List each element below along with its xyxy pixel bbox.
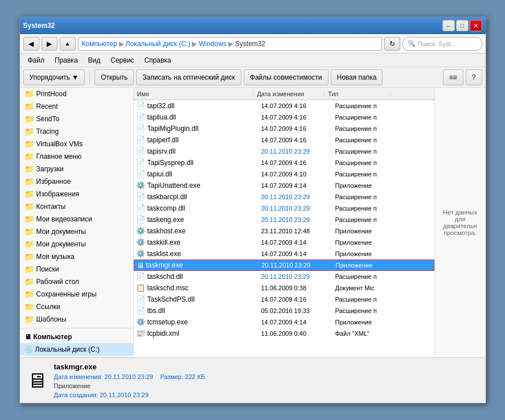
open-button[interactable]: Открыть <box>95 69 134 85</box>
breadcrumb-item-2[interactable]: Локальный диск (C:) <box>126 40 191 48</box>
file-icon: 📋 <box>136 283 145 292</box>
file-icon: ⚙️ <box>136 238 145 246</box>
forward-button[interactable]: ▶ <box>42 37 58 51</box>
file-icon: ⚙️ <box>136 249 145 258</box>
file-date: 20.11.2010 23:29 <box>259 193 333 200</box>
sidebar-item-label: Компьютер <box>34 333 72 341</box>
table-row[interactable]: 📄TapiMigPlugin.dll 14.07.2009 4:16 Расши… <box>134 123 434 134</box>
folder-icon: 📁 <box>24 252 34 261</box>
menu-edit[interactable]: Правка <box>50 55 83 65</box>
sidebar-item-label: Мои видеозаписи <box>36 215 92 223</box>
search-bar[interactable]: 🔍 Поиск: Syst... <box>403 37 482 51</box>
file-name: tbs.dll <box>147 307 165 315</box>
breadcrumb[interactable]: Компьютер ▶ Локальный диск (C:) ▶ Window… <box>78 37 382 51</box>
status-created: Дата создания: 20.11.2010 23:29 <box>54 392 206 398</box>
sidebar-item-muzyka[interactable]: 📁 Моя музыка <box>20 250 133 263</box>
file-type: Расширение п <box>333 273 401 280</box>
help-button[interactable]: ? <box>466 69 482 85</box>
sidebar-item-glavnoe[interactable]: 📁 Главное меню <box>20 150 133 163</box>
sidebar-item-videozapisi[interactable]: 📁 Мои видеозаписи <box>20 213 133 225</box>
up-button[interactable]: ▲ <box>60 37 76 51</box>
file-icon: 📄 <box>136 215 145 224</box>
table-row[interactable]: ⚙️taskhost.exe 23.11.2010 12:48 Приложен… <box>134 225 434 237</box>
column-name[interactable]: Имя <box>134 90 254 97</box>
view-button[interactable]: ≡≡ <box>443 69 463 85</box>
sidebar-item-computer[interactable]: 🖥 Компьютер <box>20 331 133 343</box>
sidebar-item-rabochiy-stol[interactable]: 📁 Рабочий стол <box>20 275 133 288</box>
column-type[interactable]: Тип <box>325 90 390 97</box>
table-row[interactable]: 📄tapiperf.dll 14.07.2009 4:16 Расширение… <box>134 134 434 146</box>
menu-help[interactable]: Справка <box>139 55 175 65</box>
table-row[interactable]: 📄taskeng.exe 20.11.2010 23:29 Расширение… <box>134 214 434 225</box>
file-date: 14.07.2009 4:16 <box>259 102 333 109</box>
sidebar-item-label: Локальный диск (C:) <box>35 345 100 353</box>
sidebar-item-moedocumenty2[interactable]: 📁 Мои документы <box>20 238 133 250</box>
sidebar-item-igry[interactable]: 📁 Сохраненные игры <box>20 288 133 300</box>
table-row[interactable]: 📄tapi32.dll 14.07.2009 4:16 Расширение п <box>134 100 434 112</box>
search-icon: 🔍 <box>408 40 416 47</box>
sidebar-item-drive-c[interactable]: 💿 Локальный диск (C:) <box>20 343 133 356</box>
sidebar-item-recent[interactable]: 📁 Recent <box>20 100 133 113</box>
close-button[interactable]: ✕ <box>470 20 482 31</box>
sidebar-item-tracing[interactable]: 📁 Tracing <box>20 125 133 138</box>
table-row[interactable]: 📄taskcomp.dll 20.11.2010 23:29 Расширени… <box>134 203 434 214</box>
file-icon: 📄 <box>136 101 145 110</box>
sidebar-item-printhood[interactable]: 📁 PrintHood <box>20 88 133 100</box>
file-type: Расширение п <box>333 205 401 212</box>
table-row[interactable]: 📄taskbarcpl.dll 20.11.2010 23:29 Расшире… <box>134 191 434 203</box>
table-row[interactable]: ⚙️TapiUnattend.exe 14.07.2009 4:14 Прило… <box>134 180 434 191</box>
folder-icon: 📁 <box>24 152 34 161</box>
table-row-taskmgr[interactable]: 🖥taskmgr.exe 20.11.2010 23:29 Приложение <box>134 260 434 271</box>
breadcrumb-sep-2: ▶ <box>192 40 197 48</box>
menu-service[interactable]: Сервис <box>106 55 138 65</box>
sidebar-item-izobrazeniya[interactable]: 📁 Изображения <box>20 188 133 200</box>
file-name: taskmgr.exe <box>146 261 183 269</box>
file-icon: 📄 <box>136 158 145 167</box>
new-folder-button[interactable]: Новая папка <box>331 69 383 85</box>
column-date[interactable]: Дата изменения <box>253 90 325 97</box>
table-row[interactable]: 📄TapiSysprep.dll 14.07.2009 4:16 Расшире… <box>134 157 434 168</box>
table-row[interactable]: 📄tapilua.dll 14.07.2009 4:16 Расширение … <box>134 112 434 123</box>
burn-button[interactable]: Записать на оптический диск <box>136 69 241 85</box>
menu-file[interactable]: Файл <box>23 55 50 65</box>
file-name: taskeng.exe <box>147 216 184 224</box>
title-controls: – □ ✕ <box>442 20 482 31</box>
sidebar-item-virtualboxvms[interactable]: 📁 VirtualBox VMs <box>20 138 133 150</box>
minimize-button[interactable]: – <box>442 20 455 31</box>
sidebar-item-zagruzki[interactable]: 📁 Загрузки <box>20 163 133 175</box>
maximize-button[interactable]: □ <box>456 20 469 31</box>
file-date: 14.07.2009 4:14 <box>259 319 333 326</box>
table-row[interactable]: 📰tcpbidi.xml 11.06.2009 0:40 Файл "XML" <box>134 328 434 339</box>
sidebar-item-izbrannoe[interactable]: 📁 Избранное <box>20 175 133 188</box>
table-row[interactable]: 📄tapisrv.dll 20.11.2010 23:29 Расширение… <box>134 146 434 157</box>
table-row[interactable]: ⚙️tcmsetup.exe 14.07.2009 4:14 Приложени… <box>134 316 434 328</box>
file-type: Расширение п <box>333 148 401 155</box>
breadcrumb-item-1[interactable]: Компьютер <box>82 40 117 48</box>
back-button[interactable]: ◀ <box>23 37 39 51</box>
table-row[interactable]: 📋taskschd.msc 11.06.2009 0:38 Документ M… <box>134 282 434 294</box>
organize-button[interactable]: Упорядочить ▼ <box>23 69 85 85</box>
table-row[interactable]: 📄tbs.dll 05.02.2016 19:33 Расширение п <box>134 305 434 316</box>
table-row[interactable]: 📄taskschd.dll 20.11.2010 23:29 Расширени… <box>134 271 434 282</box>
table-row[interactable]: 📄tapiui.dll 14.07.2009 4:10 Расширение п <box>134 168 434 180</box>
compatibility-button[interactable]: Файлы совместимости <box>244 69 329 85</box>
breadcrumb-item-3[interactable]: Windows <box>199 40 227 48</box>
file-name: tasklist.exe <box>147 250 181 258</box>
title-bar: System32 – □ ✕ <box>20 17 486 34</box>
table-row[interactable]: 📄TaskSchdPS.dll 14.07.2009 4:16 Расширен… <box>134 294 434 305</box>
sidebar-item-kontakty[interactable]: 📁 Контакты <box>20 200 133 213</box>
file-name: tapilua.dll <box>147 113 176 121</box>
table-row[interactable]: ⚙️taskkill.exe 14.07.2009 4:14 Приложени… <box>134 237 434 248</box>
menu-view[interactable]: Вид <box>84 55 105 65</box>
file-icon: ⚙️ <box>136 181 145 190</box>
sidebar-item-shablony[interactable]: 📁 Шаблоны <box>20 313 133 326</box>
sidebar-item-moedocumenty1[interactable]: 📁 Мои документы <box>20 225 133 238</box>
sidebar-item-ssylki[interactable]: 📁 Ссылки <box>20 300 133 313</box>
file-icon: 📄 <box>136 306 145 315</box>
table-row[interactable]: ⚙️tasklist.exe 14.07.2009 4:14 Приложени… <box>134 248 434 260</box>
refresh-button[interactable]: ↻ <box>384 37 400 51</box>
file-type: Расширение п <box>333 137 401 143</box>
sidebar-item-sendto[interactable]: 📁 SendTo <box>20 113 133 125</box>
sidebar-item-poiski[interactable]: 📁 Поиски <box>20 263 133 275</box>
sidebar-item-label: Главное меню <box>36 153 82 160</box>
